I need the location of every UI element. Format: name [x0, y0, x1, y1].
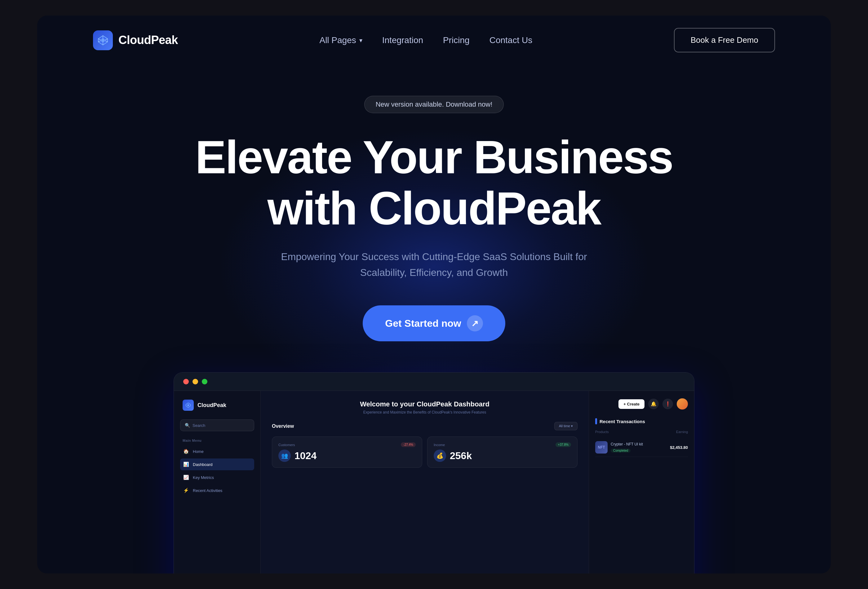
nav-contact[interactable]: Contact Us [490, 35, 533, 45]
db-stat-income-value: 256k [450, 450, 472, 462]
db-col-products: Products [595, 430, 608, 434]
db-menu-dashboard-label: Dashboard [193, 462, 213, 467]
logo-text: CloudPeak [118, 34, 178, 47]
db-alert-button[interactable]: ❗ [663, 399, 673, 409]
window-minimize-dot [192, 379, 198, 384]
db-stats-row: Customers -27.4% 👥 1024 [272, 437, 577, 468]
db-logo-icon [183, 400, 194, 411]
dashboard-sidebar: CloudPeak 🔍 Search Main Menu 🏠 Home [174, 391, 261, 574]
db-avatar-button[interactable] [677, 399, 688, 409]
db-search-box[interactable]: 🔍 Search [180, 419, 254, 431]
db-menu-home-label: Home [193, 449, 204, 454]
db-product-info: NFT Crypter - NFT UI kit Completed [595, 441, 643, 453]
nav-pricing[interactable]: Pricing [443, 35, 469, 45]
window-close-dot [183, 379, 189, 384]
db-search-placeholder: Search [192, 423, 205, 428]
outer-frame: CloudPeak All Pages ▾ Integration Pricin… [0, 0, 868, 589]
db-stat-customers: Customers -27.4% 👥 1024 [272, 437, 422, 468]
db-menu-activities-label: Recent Activities [193, 488, 222, 493]
db-menu-activities[interactable]: ⚡ Recent Activities [180, 484, 254, 496]
db-menu-metrics-label: Key Metrics [193, 475, 214, 480]
announcement-badge[interactable]: New version available. Download now! [364, 96, 504, 113]
window-body: CloudPeak 🔍 Search Main Menu 🏠 Home [174, 391, 694, 574]
db-menu-metrics[interactable]: 📈 Key Metrics [180, 471, 254, 483]
db-top-actions: + Create 🔔 ❗ [595, 399, 688, 409]
dashboard-main: Welcome to your CloudPeak Dashboard Expe… [261, 391, 589, 574]
nav-integration[interactable]: Integration [382, 35, 423, 45]
income-icon-circle: 💰 [434, 450, 446, 462]
db-logo-text: CloudPeak [198, 402, 226, 409]
db-stat-customers-value: 1024 [294, 450, 316, 462]
db-stat-income-badge: +37.8% [555, 442, 571, 447]
db-stat-income-label: Income [434, 443, 445, 447]
nav-links: All Pages ▾ Integration Pricing Contact … [319, 35, 532, 45]
get-started-button[interactable]: Get Started now ↗ [363, 306, 505, 341]
hero-subtitle: Empowering Your Success with Cutting-Edg… [37, 249, 831, 280]
inner-page: CloudPeak All Pages ▾ Integration Pricin… [37, 16, 831, 574]
db-time-filter[interactable]: All time ▾ [554, 422, 577, 430]
window-maximize-dot [202, 379, 207, 384]
book-demo-button[interactable]: Book a Free Demo [674, 28, 775, 52]
db-menu-dashboard[interactable]: 📊 Dashboard [180, 459, 254, 470]
db-overview-title: Overview [272, 424, 294, 429]
activities-icon: ⚡ [183, 488, 189, 493]
logo-icon [93, 30, 113, 50]
home-icon: 🏠 [183, 449, 189, 454]
logo-area: CloudPeak [93, 30, 178, 50]
db-menu-label: Main Menu [180, 438, 254, 442]
search-icon: 🔍 [185, 423, 190, 428]
navbar: CloudPeak All Pages ▾ Integration Pricin… [37, 16, 831, 65]
db-transaction-row: NFT Crypter - NFT UI kit Completed $2,45… [595, 438, 688, 457]
hero-title: Elevate Your Business with CloudPeak [37, 132, 831, 234]
db-stat-income: Income +37.8% 💰 256k [427, 437, 577, 468]
dashboard-right-panel: + Create 🔔 ❗ Recent Transactions Product… [589, 391, 694, 574]
hero-section: New version available. Download now! Ele… [37, 65, 831, 341]
db-product-details: Crypter - NFT UI kit Completed [611, 442, 643, 453]
dashboard-icon: 📊 [183, 462, 189, 467]
dashboard-window: CloudPeak 🔍 Search Main Menu 🏠 Home [174, 372, 694, 574]
db-create-button[interactable]: + Create [619, 399, 645, 409]
db-table-header: Products Earning [595, 430, 688, 434]
chevron-down-icon: ▾ [359, 37, 362, 44]
db-product-status: Completed [611, 449, 630, 453]
svg-point-0 [101, 38, 105, 42]
db-welcome-subtitle: Experience and Maximize the Benefits of … [272, 410, 577, 415]
db-product-thumbnail: NFT [595, 441, 608, 453]
db-overview-header: Overview All time ▾ [272, 422, 577, 430]
db-product-name: Crypter - NFT UI kit [611, 442, 643, 446]
nav-all-pages[interactable]: All Pages ▾ [319, 35, 362, 45]
db-menu-home[interactable]: 🏠 Home [180, 446, 254, 457]
db-col-earning: Earning [676, 430, 688, 434]
db-logo-row: CloudPeak [180, 400, 254, 411]
db-welcome-title: Welcome to your CloudPeak Dashboard [272, 400, 577, 408]
db-stat-customers-label: Customers [278, 443, 295, 447]
customers-icon-circle: 👥 [278, 450, 291, 462]
arrow-up-right-icon: ↗ [467, 315, 483, 331]
dashboard-preview: CloudPeak 🔍 Search Main Menu 🏠 Home [37, 372, 831, 574]
window-titlebar [174, 373, 694, 391]
db-earning-value: $2,453.80 [670, 445, 688, 450]
db-transactions-title: Recent Transactions [595, 418, 688, 424]
metrics-icon: 📈 [183, 475, 189, 480]
db-notification-button[interactable]: 🔔 [648, 399, 659, 409]
svg-point-1 [187, 404, 189, 406]
section-bar-icon [595, 418, 597, 424]
db-stat-customers-badge: -27.4% [401, 442, 416, 447]
